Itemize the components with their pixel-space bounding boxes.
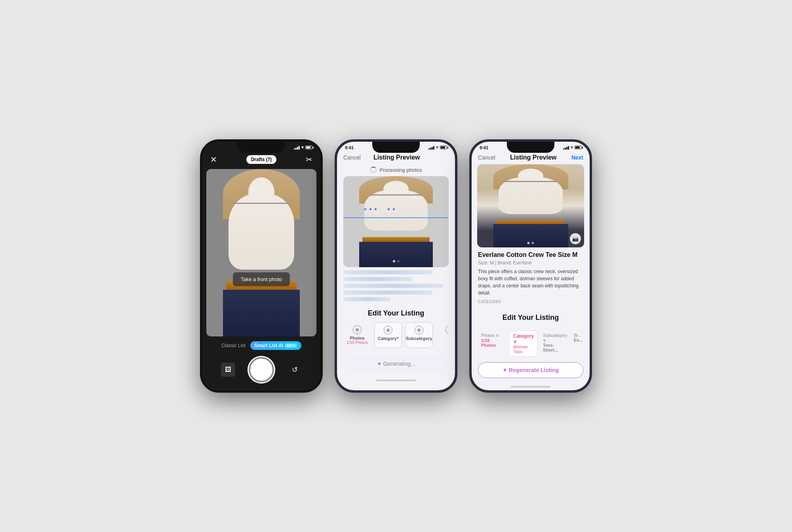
listing-tabs-2: ⊕ Photos 1/16 Photos ⊕ Category* ⊕ Subca… — [343, 322, 449, 350]
phone-3-screen: 9:41 ▿ — [472, 142, 590, 390]
listing-tabs-3: Photos ∨ 1/16 Photos Category ∨ Women To… — [472, 329, 590, 359]
flip-camera-button[interactable]: ↺ — [287, 363, 302, 377]
tab-category-2[interactable]: ⊕ Category* — [374, 322, 402, 348]
camera-screen: ▾ ✕ Drafts (7) ✂ — [202, 142, 320, 390]
shirt-2 — [364, 190, 428, 231]
status-icons-3: ▿ — [563, 145, 582, 150]
tab-subcategory-label-2: Subcategory — [406, 336, 432, 341]
smart-list-label: Smart List AI — [254, 343, 284, 348]
tab-subcategory-2[interactable]: ⊕ Subcategory — [405, 322, 433, 348]
beta-badge: BETA — [285, 343, 297, 348]
belt-3 — [497, 220, 565, 224]
listing-preview-screen: 9:41 ▿ — [472, 142, 590, 390]
belt-2 — [362, 237, 430, 242]
b4 — [433, 146, 434, 150]
tab3-category[interactable]: Category ∨ Women Tops — [509, 331, 537, 357]
camera-prompt: Take a front photo — [233, 272, 290, 286]
gallery-button[interactable]: 🖼 — [221, 363, 235, 377]
c4 — [568, 146, 569, 150]
flip-camera-icon: ↺ — [292, 365, 298, 374]
shirt — [228, 194, 295, 269]
t3-subcategory-label: Subcategory ∨ — [543, 333, 567, 343]
bar3 — [297, 147, 298, 150]
processing-spinner — [370, 167, 377, 173]
camera-mode-bar: Classic List Smart List AI BETA — [202, 336, 320, 353]
nav-title-3: Listing Preview — [510, 154, 556, 161]
tab-photos-icon-2: ⊕ — [353, 325, 362, 334]
tab3-photos[interactable]: Photos ∨ 1/16 Photos — [478, 331, 506, 357]
c1 — [563, 148, 564, 150]
listing-product-title: Everlane Cotton Crew Tee Size M — [478, 251, 583, 258]
edit-listing-section-3: Edit Your Listing — [472, 309, 590, 329]
b3 — [432, 147, 433, 150]
bar2 — [295, 148, 297, 150]
idot2 — [532, 242, 534, 244]
t3-photos-label: Photos ∨ — [481, 333, 499, 338]
cancel-button-2[interactable]: Cancel — [343, 154, 361, 161]
t3-photos-value: 1/16 Photos — [481, 338, 503, 348]
processing-screen: 9:41 ▿ — [337, 142, 455, 390]
listing-full-image: 📷 — [477, 164, 584, 247]
listing-meta: Size: M | Brand: Everlane — [478, 260, 583, 266]
cancel-button-3[interactable]: Cancel — [478, 154, 495, 161]
necklace-2 — [370, 194, 423, 196]
t3-category-label: Category ∨ — [513, 333, 534, 344]
home-indicator-2 — [337, 375, 455, 383]
battery-icon-1 — [305, 146, 312, 149]
status-icons-1: ▾ — [294, 145, 312, 150]
camera-overlay-icon[interactable]: 📷 — [570, 233, 581, 244]
battery-fill-3 — [575, 146, 580, 148]
battery-icon-2 — [440, 146, 447, 149]
next-button-3[interactable]: Next — [571, 154, 583, 161]
tab3-subcategory[interactable]: Subcategory ∨ Tees- Short... — [540, 331, 568, 357]
nav-title-2: Listing Preview — [373, 154, 420, 161]
jeans — [223, 290, 300, 336]
drafts-button[interactable]: Drafts (7) — [246, 155, 277, 164]
phone-2: 9:41 ▿ — [335, 139, 457, 393]
shutter-button[interactable] — [249, 357, 274, 382]
tab-photos-2[interactable]: ⊕ Photos 1/16 Photos — [343, 322, 371, 348]
home-bar-2 — [376, 380, 416, 381]
photo-preview-2 — [343, 176, 449, 267]
tab-brand-2[interactable]: B — [436, 322, 449, 348]
tab3-brand[interactable]: Br... Ev... — [571, 331, 590, 357]
necklace — [234, 203, 289, 204]
dot1 — [393, 260, 395, 262]
dot2 — [397, 260, 400, 262]
tab-photos-sublabel-2: 1/16 Photos — [346, 340, 367, 345]
regenerate-button[interactable]: ✦ Regenerate Listing — [478, 362, 583, 378]
wifi-icon-3: ▿ — [571, 145, 573, 150]
listing-info: Everlane Cotton Crew Tee Size M Size: M … — [472, 247, 590, 309]
scissor-button[interactable]: ✂ — [306, 155, 312, 164]
skel3 — [343, 284, 444, 288]
t3-category-value: Women Tops — [513, 344, 533, 354]
sd1 — [364, 208, 366, 210]
close-button[interactable]: ✕ — [210, 155, 217, 164]
bar4 — [299, 146, 300, 150]
smart-list-button[interactable]: Smart List AI BETA — [250, 341, 301, 350]
status-icons-2: ▿ — [428, 145, 447, 150]
b2 — [430, 148, 431, 150]
sd2 — [369, 208, 371, 210]
home-bar-3 — [511, 386, 550, 388]
notch-3 — [507, 142, 554, 153]
c2 — [565, 148, 566, 150]
category-section-label: CATEGORY — [478, 300, 583, 304]
notch-1 — [238, 142, 285, 153]
t3-brand-value: Ev... — [574, 338, 583, 342]
photo-preview — [206, 169, 316, 336]
skel5 — [343, 297, 391, 301]
skel1 — [343, 270, 433, 274]
classic-list-label: Classic List — [221, 343, 246, 348]
processing-bar: Processing photos — [337, 164, 455, 176]
phone-3: 9:41 ▿ — [469, 139, 592, 393]
signal-icon-2 — [428, 146, 434, 150]
scan-line — [343, 217, 449, 218]
nav-bar-3: Cancel Listing Preview Next — [472, 152, 590, 164]
notch-2 — [372, 142, 420, 153]
tab-brand-icon-2: B — [446, 325, 449, 334]
loading-skeleton — [337, 267, 455, 304]
tab-photos-label-2: Photos — [350, 336, 364, 340]
b1 — [428, 148, 430, 150]
skel2 — [343, 277, 412, 281]
